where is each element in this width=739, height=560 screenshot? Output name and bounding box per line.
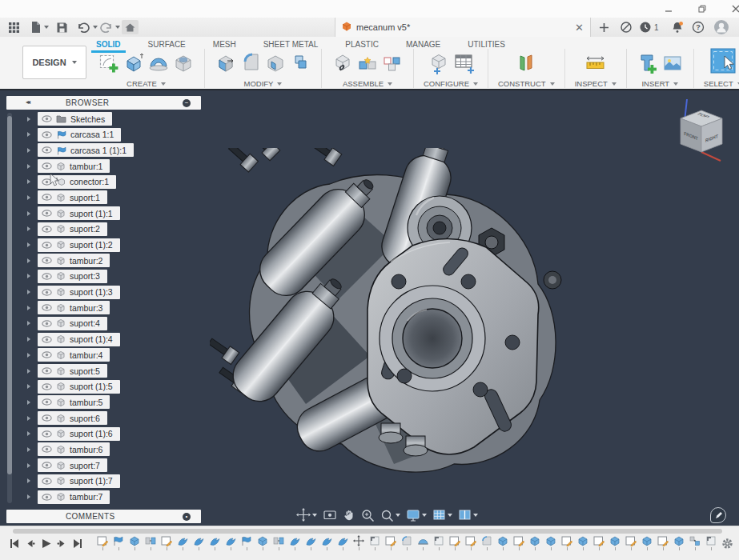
construction-plane-icon[interactable] — [514, 52, 538, 78]
browser-item-sketches[interactable]: Sketches — [38, 112, 112, 126]
browser-item-suport-1-7[interactable]: suport (1):7 — [38, 474, 120, 488]
timeline-feature-jointb[interactable] — [287, 535, 303, 550]
app-grid-button[interactable] — [8, 20, 20, 34]
orbit-tool-button[interactable] — [295, 507, 319, 522]
view-cube[interactable]: TOP FRONT RIGHT — [667, 94, 736, 167]
expand-caret-icon[interactable] — [27, 353, 30, 358]
timeline-feature-extrude[interactable] — [255, 535, 271, 550]
sync-status-icon[interactable] — [620, 20, 633, 34]
expand-caret-icon[interactable] — [27, 179, 30, 184]
user-avatar-icon[interactable] — [714, 20, 729, 34]
document-tab[interactable]: mecanum v5* ✕ — [335, 18, 591, 37]
browser-item-tambur-1[interactable]: tambur:1 — [38, 159, 110, 173]
browser-item-tambur-4[interactable]: tambur:4 — [38, 348, 110, 362]
timeline-feature-extrude[interactable] — [527, 535, 543, 550]
expand-caret-icon[interactable] — [27, 306, 30, 310]
expand-caret-icon[interactable] — [27, 211, 30, 216]
viewports-tool-button[interactable] — [456, 508, 480, 522]
visibility-eye-icon[interactable] — [42, 351, 52, 358]
close-button[interactable] — [722, 2, 739, 16]
visibility-eye-icon[interactable] — [42, 194, 52, 201]
visibility-eye-icon[interactable] — [42, 494, 52, 501]
create-sketch-icon[interactable] — [98, 52, 120, 78]
timeline-feature-extrude[interactable] — [575, 535, 591, 550]
visibility-eye-icon[interactable] — [42, 367, 52, 374]
visibility-eye-icon[interactable] — [42, 257, 52, 264]
timeline-feature-fillet[interactable] — [399, 535, 415, 550]
expand-caret-icon[interactable] — [27, 258, 30, 263]
expand-caret-icon[interactable] — [27, 431, 30, 436]
timeline-feature-sketch[interactable] — [447, 535, 463, 550]
timeline-feature-revolve[interactable] — [415, 535, 431, 550]
visibility-eye-icon[interactable] — [42, 304, 52, 311]
viewport-canvas[interactable]: TOP FRONT RIGHT ◂◂ BROWSER − Sketchescar… — [0, 90, 739, 526]
visibility-eye-icon[interactable] — [42, 430, 52, 438]
timeline-feature-extrude[interactable] — [607, 535, 623, 550]
timeline-feature-align[interactable] — [687, 535, 703, 550]
expand-caret-icon[interactable] — [27, 416, 30, 421]
timeline-feature-jointb[interactable] — [335, 535, 351, 550]
browser-item-suport-1[interactable]: suport:1 — [38, 190, 107, 204]
expand-caret-icon[interactable] — [27, 242, 30, 247]
select-icon[interactable] — [709, 47, 737, 78]
browser-item-suport-2[interactable]: suport:2 — [38, 222, 107, 236]
visibility-eye-icon[interactable] — [42, 462, 52, 469]
ribbon-group-label-construct[interactable]: CONSTRUCT — [498, 79, 555, 88]
timeline-feature-sketch[interactable] — [94, 535, 110, 550]
shell-icon[interactable] — [264, 52, 287, 78]
new-tab-button[interactable] — [599, 20, 609, 34]
fit-tool-button[interactable] — [379, 508, 402, 522]
save-button[interactable] — [56, 20, 68, 34]
expand-caret-icon[interactable] — [27, 148, 30, 153]
redo-button[interactable] — [99, 20, 120, 34]
browser-item-carcasa-1-1[interactable]: carcasa 1:1 — [38, 128, 121, 142]
help-icon[interactable]: ? — [692, 20, 705, 34]
comments-panel-header[interactable]: COMMENTS • — [6, 510, 201, 523]
timeline-feature-jointb[interactable] — [303, 535, 319, 550]
timeline-feature-jointb[interactable] — [175, 535, 191, 550]
timeline-feature-extrude[interactable] — [639, 535, 655, 550]
pan-tool-button[interactable] — [341, 508, 357, 522]
browser-item-suport-5[interactable]: suport:5 — [38, 364, 107, 378]
timeline-feature-jointb[interactable] — [223, 535, 239, 550]
visibility-eye-icon[interactable] — [42, 210, 52, 217]
tab-close-icon[interactable]: ✕ — [575, 22, 584, 33]
browser-item-suport-1-6[interactable]: suport (1):6 — [38, 427, 120, 441]
timeline-step-back-button[interactable] — [24, 538, 36, 553]
timeline-step-forward-button[interactable] — [56, 538, 68, 553]
visibility-eye-icon[interactable] — [42, 478, 52, 485]
ribbon-group-label-inspect[interactable]: INSPECT — [575, 79, 617, 88]
timeline-go-to-start-button[interactable] — [8, 538, 20, 553]
visibility-eye-icon[interactable] — [42, 414, 52, 422]
timeline-feature-jointb[interactable] — [319, 535, 335, 550]
timeline-feature-sketch[interactable] — [623, 535, 639, 550]
browser-item-suport-6[interactable]: suport:6 — [38, 411, 107, 425]
expand-caret-icon[interactable] — [27, 290, 30, 294]
browser-item-tambur-6[interactable]: tambur:6 — [38, 442, 110, 456]
browser-item-tambur-7[interactable]: tambur:7 — [38, 490, 110, 504]
visibility-eye-icon[interactable] — [42, 115, 52, 122]
timeline-feature-sketch[interactable] — [159, 535, 175, 550]
insert-derive-icon[interactable] — [637, 52, 659, 78]
browser-item-tambur-5[interactable]: tambur:5 — [38, 395, 110, 409]
timeline-feature-sketch[interactable] — [511, 535, 527, 550]
visibility-eye-icon[interactable] — [42, 289, 52, 296]
timeline-feature-derive[interactable] — [110, 535, 127, 550]
design-menu-button[interactable]: DESIGN — [22, 46, 86, 79]
feedback-bubble-button[interactable] — [710, 507, 726, 523]
timeline-feature-sketch[interactable] — [591, 535, 607, 550]
notifications-icon[interactable] — [671, 20, 684, 34]
ribbon-group-label-insert[interactable]: INSERT — [637, 79, 684, 88]
expand-caret-icon[interactable] — [27, 384, 30, 389]
timeline-feature-joint[interactable] — [143, 535, 159, 550]
expand-caret-icon[interactable] — [27, 274, 30, 278]
joint-icon[interactable] — [356, 52, 379, 78]
measure-icon[interactable] — [584, 52, 608, 78]
home-button[interactable] — [122, 20, 139, 34]
browser-item-suport-1-3[interactable]: suport (1):3 — [38, 286, 120, 299]
visibility-eye-icon[interactable] — [42, 162, 52, 170]
job-status-icon[interactable]: 1 — [639, 20, 659, 34]
timeline-feature-derive[interactable] — [239, 535, 255, 550]
browser-item-suport-1-2[interactable]: suport (1):2 — [38, 238, 120, 252]
browser-item-tambur-2[interactable]: tambur:2 — [38, 254, 110, 267]
